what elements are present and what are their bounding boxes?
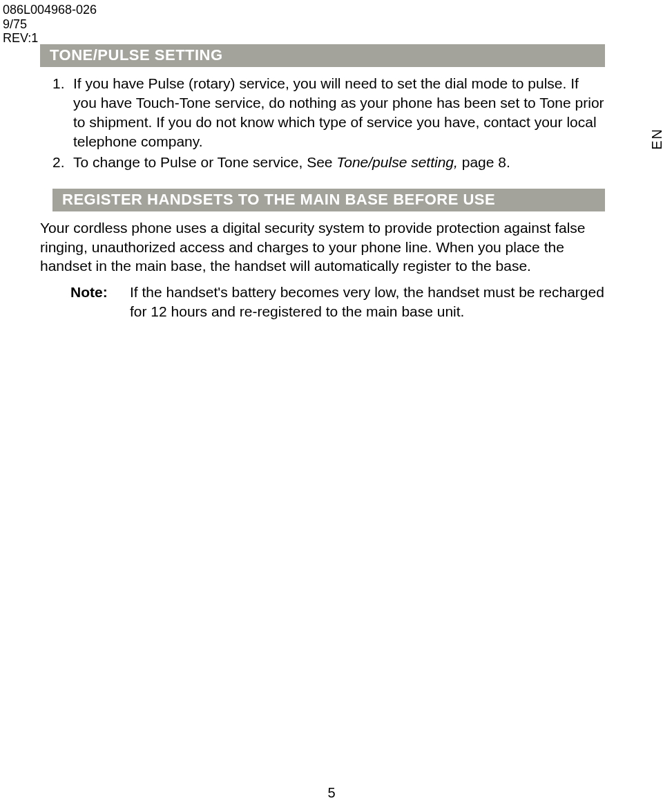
list-text: To change to Pulse or Tone service, See … (73, 153, 605, 172)
doc-meta: 086L004968-026 9/75 REV:1 (3, 3, 97, 46)
note-text: If the handset's battery becomes very lo… (130, 283, 605, 321)
doc-page-of: 9/75 (3, 17, 97, 32)
note-label: Note: (70, 283, 130, 321)
list-number: 2. (52, 153, 73, 172)
list-number: 1. (52, 74, 73, 151)
heading-tone-pulse: TONE/PULSE SETTING (40, 44, 605, 67)
page: 086L004968-026 9/75 REV:1 EN TONE/PULSE … (0, 0, 663, 812)
list-item: 1. If you have Pulse (rotary) service, y… (52, 74, 605, 151)
list-item: 2. To change to Pulse or Tone service, S… (52, 153, 605, 172)
list-text-italic: Tone/pulse setting, (336, 154, 458, 170)
list-text: If you have Pulse (rotary) service, you … (73, 74, 605, 151)
ordered-list: 1. If you have Pulse (rotary) service, y… (52, 74, 605, 172)
body-paragraph: Your cordless phone uses a digital secur… (40, 218, 605, 276)
language-tab: EN (649, 128, 663, 150)
list-text-pre: To change to Pulse or Tone service, See (73, 154, 336, 170)
doc-id: 086L004968-026 (3, 3, 97, 17)
list-text-post: page 8. (458, 154, 510, 170)
section-register: REGISTER HANDSETS TO THE MAIN BASE BEFOR… (40, 189, 605, 322)
page-number: 5 (0, 785, 663, 801)
content: TONE/PULSE SETTING 1. If you have Pulse … (40, 44, 605, 321)
note: Note: If the handset's battery becomes v… (70, 283, 605, 321)
doc-rev: REV:1 (3, 31, 97, 46)
heading-register-handsets: REGISTER HANDSETS TO THE MAIN BASE BEFOR… (52, 189, 605, 211)
